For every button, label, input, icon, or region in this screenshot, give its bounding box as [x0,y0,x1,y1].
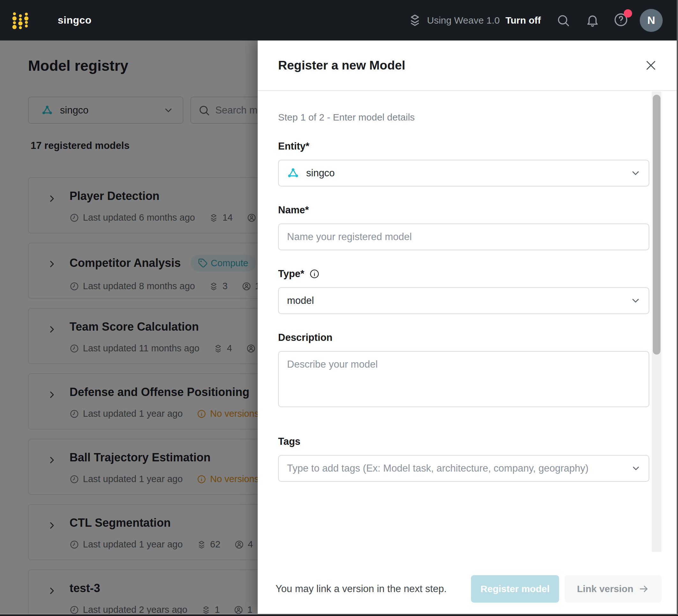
name-field-wrap [278,224,649,250]
name-input[interactable] [287,224,640,249]
drawer-title: Register a new Model [278,59,405,72]
turn-off-button[interactable]: Turn off [505,15,541,26]
drawer-footer: You may link a version in the next step.… [258,566,677,614]
drawer-header: Register a new Model [258,40,677,91]
chevron-down-icon [630,295,641,306]
window-edge-right [677,0,678,616]
avatar[interactable]: N [640,9,663,32]
footer-buttons: Register model Link version [471,575,662,603]
type-value: model [287,295,314,306]
notification-dot [624,9,632,17]
description-textarea[interactable] [278,351,649,407]
description-label: Description [278,332,646,343]
arrow-right-icon [638,583,649,594]
team-icon [287,167,299,179]
close-icon[interactable] [644,59,657,72]
drawer-scrollbar-thumb[interactable] [653,95,661,354]
drawer-scrollbar-track [652,91,662,552]
drawer-body: Step 1 of 2 - Enter model details Entity… [258,91,677,566]
footer-hint: You may link a version in the next step. [275,583,447,594]
chevron-down-icon[interactable] [631,463,641,473]
navbar-right: Using Weave 1.0 Turn off [408,9,663,32]
tags-label: Tags [278,436,646,447]
chevron-down-icon [630,168,641,179]
tags-input[interactable] [287,456,640,481]
type-label-text: Type* [278,268,304,280]
name-label: Name* [278,204,646,216]
weave-stack-icon [408,13,422,28]
tags-field-wrap [278,455,649,482]
link-version-button[interactable]: Link version [565,575,662,603]
type-select[interactable]: model [278,287,649,314]
register-model-button[interactable]: Register model [471,575,559,603]
app-window: singco Using Weave 1.0 Turn off [0,0,678,616]
entity-value: singco [306,167,335,179]
wandb-logo-icon[interactable] [11,10,30,31]
info-icon[interactable] [309,269,319,279]
weave-status-label: Using Weave 1.0 [427,15,500,26]
bell-icon[interactable] [586,13,600,28]
entity-label: Entity* [278,141,646,152]
link-version-label: Link version [577,583,633,594]
brand-name[interactable]: singco [58,14,91,26]
step-indicator: Step 1 of 2 - Enter model details [278,112,646,123]
search-icon[interactable] [556,13,570,28]
top-navbar: singco Using Weave 1.0 Turn off [0,0,678,40]
window-edge-bottom [0,614,678,616]
register-model-drawer: Register a new Model Step 1 of 2 - Enter… [258,40,677,614]
type-label: Type* [278,268,646,280]
help-button[interactable] [613,12,628,28]
entity-select[interactable]: singco [278,160,649,187]
